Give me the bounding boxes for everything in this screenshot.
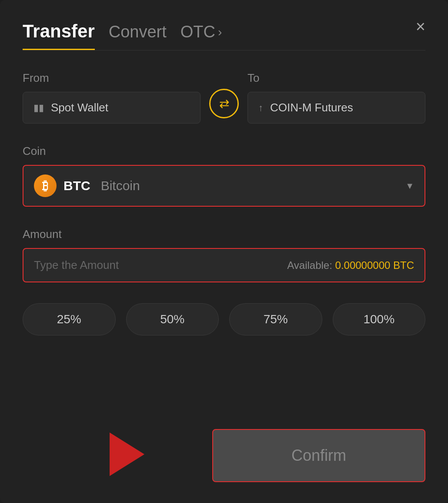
transfer-modal: Transfer Convert OTC › × From ▮▮ Spot Wa… <box>0 0 448 503</box>
btc-icon: ₿ <box>34 174 57 197</box>
amount-placeholder: Type the Amount <box>34 258 119 272</box>
pct-75-button[interactable]: 75% <box>229 303 322 335</box>
tab-transfer[interactable]: Transfer <box>23 21 95 50</box>
swap-button[interactable]: ⇄ <box>209 89 239 118</box>
amount-section: Amount Type the Amount Available: 0.0000… <box>23 228 425 282</box>
from-wallet-select[interactable]: ▮▮ Spot Wallet <box>23 92 201 124</box>
available-amount: 0.00000000 BTC <box>335 259 414 271</box>
tab-otc[interactable]: OTC › <box>181 23 222 48</box>
tab-bar: Transfer Convert OTC › × <box>23 21 425 50</box>
arrow-indicator <box>110 433 144 478</box>
pct-25-button[interactable]: 25% <box>23 303 116 335</box>
pct-100-button[interactable]: 100% <box>333 303 426 335</box>
confirm-button[interactable]: Confirm <box>212 429 425 482</box>
coin-select[interactable]: ₿ BTC Bitcoin ▼ <box>23 165 425 207</box>
swap-btn-wrapper: ⇄ <box>201 89 247 124</box>
bottom-section: Confirm <box>23 429 425 482</box>
to-wallet-select[interactable]: ↑ COIN-M Futures <box>247 92 425 124</box>
wallet-card-icon: ▮▮ <box>33 102 44 114</box>
futures-icon: ↑ <box>258 102 263 114</box>
arrow-icon <box>110 433 144 476</box>
to-label: To <box>247 71 425 85</box>
from-group: From ▮▮ Spot Wallet <box>23 71 201 124</box>
from-wallet-name: Spot Wallet <box>51 101 108 114</box>
available-text: Available: 0.00000000 BTC <box>287 259 414 272</box>
from-to-section: From ▮▮ Spot Wallet ⇄ To ↑ COIN-M Future… <box>23 71 425 124</box>
from-label: From <box>23 71 201 85</box>
coin-section: Coin ₿ BTC Bitcoin ▼ <box>23 144 425 207</box>
coin-symbol: BTC <box>64 178 90 193</box>
tab-convert[interactable]: Convert <box>109 23 167 48</box>
tab-divider <box>23 50 425 50</box>
coin-label: Coin <box>23 144 425 158</box>
amount-label: Amount <box>23 228 425 241</box>
percentage-buttons: 25% 50% 75% 100% <box>23 303 425 335</box>
pct-50-button[interactable]: 50% <box>126 303 219 335</box>
close-button[interactable]: × <box>416 17 425 36</box>
otc-chevron-icon: › <box>218 25 222 39</box>
to-group: To ↑ COIN-M Futures <box>247 71 425 124</box>
to-wallet-name: COIN-M Futures <box>270 101 353 114</box>
coin-chevron-icon: ▼ <box>405 181 414 191</box>
amount-input-box[interactable]: Type the Amount Available: 0.00000000 BT… <box>23 248 425 282</box>
coin-full-name: Bitcoin <box>101 178 140 193</box>
